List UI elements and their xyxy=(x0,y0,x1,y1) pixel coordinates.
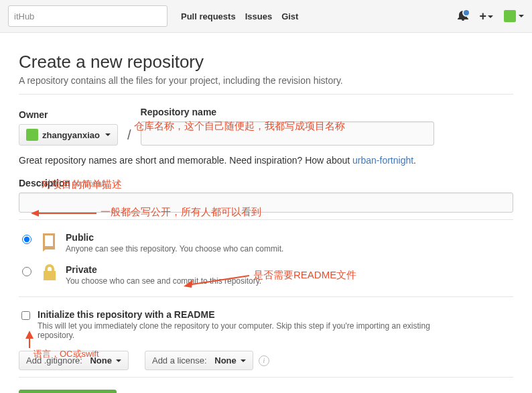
divider xyxy=(19,219,513,220)
nav-gist[interactable]: Gist xyxy=(281,11,298,21)
divider xyxy=(19,94,513,95)
readme-title: Initialize this repository with a README xyxy=(38,309,214,320)
readme-sub: This will let you immediately clone the … xyxy=(38,321,466,340)
divider xyxy=(19,296,513,297)
repo-name-hint: Great repository names are short and mem… xyxy=(19,155,513,166)
suggestion-link[interactable]: urban-fortnight xyxy=(352,155,413,166)
notifications-button[interactable] xyxy=(458,10,468,23)
owner-username: zhangyanxiao xyxy=(42,130,100,140)
public-radio[interactable] xyxy=(22,235,31,244)
user-menu-button[interactable] xyxy=(504,10,524,22)
private-sub: You choose who can see and commit to thi… xyxy=(66,276,261,286)
readme-row: Initialize this repository with a README… xyxy=(19,309,513,340)
lock-icon xyxy=(40,264,59,282)
owner-select-button[interactable]: zhangyanxiao xyxy=(19,124,118,146)
caret-down-icon xyxy=(116,359,121,362)
repo-name-label: Repository name xyxy=(141,107,513,117)
visibility-private-row[interactable]: Private You choose who can see and commi… xyxy=(19,264,513,286)
owner-repo-row: Owner zhangyanxiao / Repository name xyxy=(19,107,513,146)
nav-issues[interactable]: Issues xyxy=(245,11,272,21)
public-sub: Anyone can see this repository. You choo… xyxy=(66,244,283,254)
gitignore-dropdown[interactable]: Add .gitignore: None xyxy=(19,351,129,370)
visibility-public-row[interactable]: Public Anyone can see this repository. Y… xyxy=(19,232,513,254)
info-icon[interactable]: i xyxy=(259,355,269,366)
caret-down-icon xyxy=(241,359,246,362)
page-subtitle: A repository contains all the files for … xyxy=(19,75,513,86)
readme-checkbox[interactable] xyxy=(21,311,30,320)
create-repository-button[interactable]: Create repository xyxy=(19,390,117,393)
search-input[interactable] xyxy=(8,5,168,27)
license-dropdown[interactable]: Add a license: None xyxy=(145,351,253,370)
private-title: Private xyxy=(66,264,97,275)
repo-name-input[interactable] xyxy=(141,121,434,146)
create-menu-button[interactable]: + xyxy=(479,9,493,23)
topbar: Pull requests Issues Gist + xyxy=(0,0,532,33)
dropdown-row: Add .gitignore: None Add a license: None… xyxy=(19,351,513,370)
owner-avatar-icon xyxy=(26,129,38,141)
description-label: Description (optional) xyxy=(19,178,513,188)
notification-dot-icon xyxy=(462,9,470,17)
public-title: Public xyxy=(66,232,94,243)
owner-label: Owner xyxy=(19,109,118,120)
divider xyxy=(19,377,513,378)
topbar-right: + xyxy=(458,9,524,23)
main-content: Create a new repository A repository con… xyxy=(0,33,532,393)
nav-pull-requests[interactable]: Pull requests xyxy=(181,11,236,21)
description-input[interactable] xyxy=(19,192,513,213)
private-radio[interactable] xyxy=(22,267,31,276)
page-title: Create a new repository xyxy=(19,52,513,72)
slash-separator: / xyxy=(125,127,134,146)
top-nav: Pull requests Issues Gist xyxy=(181,11,298,21)
avatar-icon xyxy=(504,10,516,22)
repo-public-icon xyxy=(40,232,59,252)
caret-down-icon xyxy=(105,133,111,136)
